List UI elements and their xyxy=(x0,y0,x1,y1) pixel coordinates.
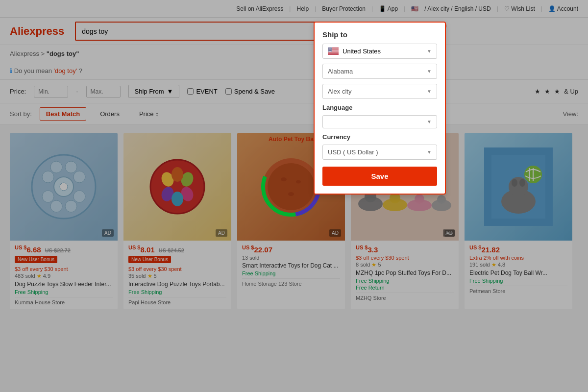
state-dropdown-arrow: ▼ xyxy=(427,69,432,74)
svg-point-22 xyxy=(331,49,331,49)
city-dropdown-arrow: ▼ xyxy=(427,89,432,94)
country-select[interactable]: United States ▼ xyxy=(322,44,437,59)
svg-point-34 xyxy=(330,50,330,51)
ship-to-title: Ship to xyxy=(322,30,437,39)
svg-point-35 xyxy=(331,50,331,51)
language-dropdown-arrow: ▼ xyxy=(427,119,432,124)
language-label: Language xyxy=(322,104,437,111)
us-flag-icon xyxy=(328,48,339,55)
svg-point-37 xyxy=(329,51,329,51)
svg-point-17 xyxy=(331,48,331,49)
svg-point-16 xyxy=(330,48,330,49)
currency-dropdown-arrow: ▼ xyxy=(427,149,432,155)
svg-point-15 xyxy=(329,48,330,49)
svg-point-31 xyxy=(331,49,331,50)
city-value: Alex city xyxy=(328,88,351,95)
svg-point-26 xyxy=(331,49,331,49)
svg-point-30 xyxy=(330,49,331,50)
svg-point-18 xyxy=(331,48,332,49)
svg-point-33 xyxy=(329,50,330,51)
ship-to-dropdown: Ship to xyxy=(314,22,446,195)
currency-label: Currency xyxy=(322,133,437,141)
country-dropdown-arrow: ▼ xyxy=(427,49,432,54)
svg-rect-12 xyxy=(328,54,339,55)
currency-select[interactable]: USD ( US Dollar ) ▼ xyxy=(322,145,437,160)
svg-point-36 xyxy=(331,50,332,51)
city-select[interactable]: Alex city ▼ xyxy=(322,84,437,99)
svg-rect-9 xyxy=(328,52,339,53)
state-value: Alabama xyxy=(328,68,353,75)
svg-point-19 xyxy=(329,49,329,49)
svg-point-38 xyxy=(329,51,330,51)
svg-point-24 xyxy=(329,49,330,49)
overlay xyxy=(0,0,588,317)
svg-point-27 xyxy=(331,49,332,49)
currency-value: USD ( US Dollar ) xyxy=(328,148,378,156)
svg-point-20 xyxy=(329,49,330,49)
language-select[interactable]: ▼ xyxy=(322,115,437,128)
svg-rect-10 xyxy=(328,53,339,54)
country-name: United States xyxy=(343,48,381,55)
svg-point-25 xyxy=(330,49,330,49)
svg-rect-7 xyxy=(328,51,339,52)
svg-rect-8 xyxy=(328,52,339,52)
svg-rect-11 xyxy=(328,54,339,54)
svg-point-29 xyxy=(329,49,330,50)
svg-point-32 xyxy=(328,50,329,51)
save-button[interactable]: Save xyxy=(322,167,437,186)
svg-point-23 xyxy=(328,49,329,49)
svg-point-28 xyxy=(329,49,329,50)
svg-point-39 xyxy=(330,51,331,51)
svg-point-14 xyxy=(328,48,329,49)
svg-point-21 xyxy=(330,49,331,49)
state-select[interactable]: Alabama ▼ xyxy=(322,64,437,79)
svg-point-40 xyxy=(331,51,331,51)
